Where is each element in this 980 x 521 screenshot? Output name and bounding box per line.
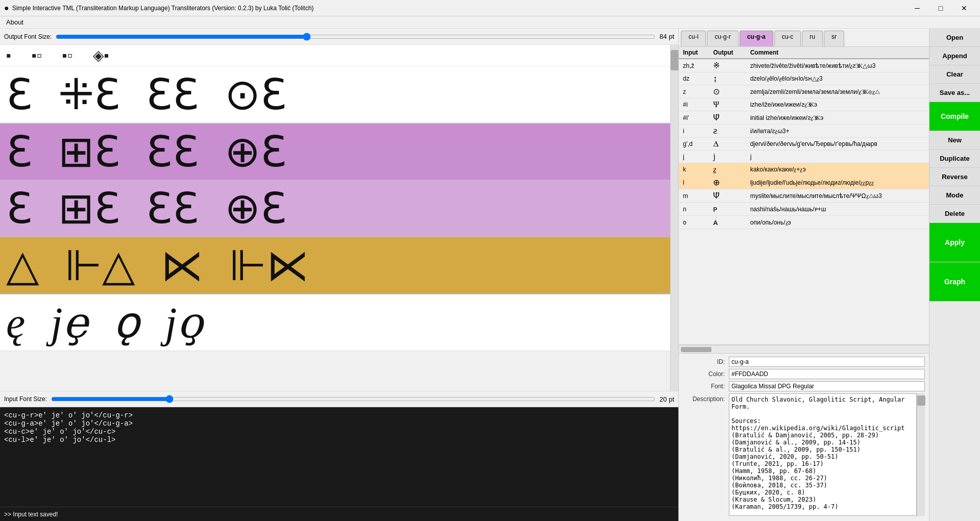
right-sidebar: Open Append Clear Save as... Compile New… bbox=[929, 29, 980, 521]
table-row[interactable]: #i' Ψ̃ initial izhe/иже/ижеи/ꙅꙁꚄэ bbox=[679, 111, 929, 125]
graph-button[interactable]: Graph bbox=[929, 262, 980, 302]
tab-cu-g-a[interactable]: cu-g-a bbox=[740, 31, 773, 46]
description-textarea[interactable] bbox=[729, 393, 917, 516]
table-cell-input: j bbox=[679, 151, 709, 163]
titlebar-controls: ─ □ ✕ bbox=[905, 0, 976, 16]
preview-row-6: ę jȩ ǫ jo̧ bbox=[0, 294, 670, 351]
duplicate-button[interactable]: Duplicate bbox=[929, 150, 980, 168]
output-size-value: 84 pt bbox=[659, 33, 674, 40]
table-cell-comment: myslite/мыслите/мыслите/мыслѣте/ΨΨΩꙁ△ω3 bbox=[746, 189, 929, 203]
app-title: Simple Interactive TML (Transliteration … bbox=[12, 5, 314, 12]
table-cell-input: g',d bbox=[679, 138, 709, 151]
font-input[interactable] bbox=[729, 381, 925, 391]
table-cell-input: n bbox=[679, 203, 709, 216]
preview-glyph-purple4: ⊕Ɛ bbox=[225, 127, 287, 177]
table-cell-output: Ψ̈ bbox=[709, 189, 746, 203]
table-cell-output: Ψ̃ bbox=[709, 111, 746, 125]
preview-glyph-lp4: ⊕Ɛ bbox=[225, 183, 287, 233]
table-row[interactable]: n ᴘ nashi/nаšь/нашь/нашь/ᴘ+ш bbox=[679, 203, 929, 216]
preview-glyph: ▪ bbox=[6, 47, 11, 64]
id-input[interactable] bbox=[729, 357, 925, 367]
table-body: zh,ž ※ zhivete/živête/živêti/живѣте/живѣ… bbox=[679, 59, 929, 229]
table-cell-comment: initial izhe/иже/ижеи/ꙅꙁꚄэ bbox=[746, 111, 929, 125]
output-size-label: Output Font Size: bbox=[4, 33, 52, 40]
preview-glyph-purple1: Ɛ bbox=[6, 127, 33, 177]
table-hscroll[interactable] bbox=[679, 345, 929, 353]
menubar: About bbox=[0, 16, 980, 29]
input-size-bar: Input Font Size: 20 pt bbox=[0, 391, 678, 407]
table-row[interactable]: g',d Ꙙ djervi/ðerv/ðervь/g'ervь/Ђервь/г'… bbox=[679, 138, 929, 151]
table-cell-comment: dzelo/ꙃêlo/ꙃêlo/sʜlo/sʜ△ꙁ3 bbox=[746, 72, 929, 85]
maximize-button[interactable]: □ bbox=[929, 0, 952, 16]
form-area: ID: Color: Font: Description: bbox=[679, 353, 929, 521]
table-row[interactable]: l ⊕ ljudije/ljudie/l'udьje/людье/людиꙅ/л… bbox=[679, 176, 929, 189]
table-cell-comment: j bbox=[746, 151, 929, 163]
table-row[interactable]: j j j bbox=[679, 151, 929, 163]
preview-glyph-lp2: ⊞Ɛ bbox=[58, 183, 120, 233]
tab-sr[interactable]: sr bbox=[824, 31, 844, 46]
table-row[interactable]: #i Ψ izhe/iže/иже/ижеи/ꙅꙁꚄэ bbox=[679, 98, 929, 111]
input-size-value: 20 pt bbox=[659, 395, 674, 403]
tab-cu-c[interactable]: cu-c bbox=[774, 31, 801, 46]
table-cell-input: z bbox=[679, 85, 709, 98]
table-row[interactable]: m Ψ̈ myslite/мыслите/мыслите/мыслѣте/ΨΨΩ… bbox=[679, 189, 929, 203]
table-cell-input: zh,ž bbox=[679, 59, 709, 72]
table-row[interactable]: k ꙁ kako/како/какw/ꙁ+ꙁэ bbox=[679, 163, 929, 176]
table-cell-output: j bbox=[709, 151, 746, 163]
table-row[interactable]: o ᴀ опи/опь/онь/ꙁэ bbox=[679, 216, 929, 229]
text-input-area bbox=[0, 407, 678, 507]
reverse-button[interactable]: Reverse bbox=[929, 168, 980, 186]
table-cell-comment: kako/како/какw/ꙁ+ꙁэ bbox=[746, 163, 929, 176]
open-button[interactable]: Open bbox=[929, 29, 980, 47]
preview-content: ▪ ▪▫ ▪▫ ◈▪ Ɛ ⁜Ɛ ƐƐ ⊙Ɛ Ɛ ⊞Ɛ ƐƐ ⊕Ɛ bbox=[0, 45, 670, 391]
tab-cu-l[interactable]: cu-l bbox=[681, 31, 706, 46]
output-font-size-slider[interactable] bbox=[56, 33, 655, 41]
table-cell-input: #i' bbox=[679, 111, 709, 125]
table-row[interactable]: dz ↨ dzelo/ꙃêlo/ꙃêlo/sʜlo/sʜ△ꙁ3 bbox=[679, 72, 929, 85]
table-row[interactable]: z ⊙ zemlja/zemli/zemli/земла/земла/земли… bbox=[679, 85, 929, 98]
table-container: Input Output Comment zh,ž ※ zhivete/živê… bbox=[679, 47, 929, 353]
preview-scrollbar[interactable] bbox=[670, 45, 678, 391]
preview-glyph-lp3: ƐƐ bbox=[146, 183, 199, 233]
col-input: Input bbox=[679, 47, 709, 59]
compile-button[interactable]: Compile bbox=[929, 102, 980, 131]
table-cell-output: Ꙙ bbox=[709, 138, 746, 151]
table-cell-output: ᴀ bbox=[709, 216, 746, 229]
table-cell-comment: zemlja/zemli/zemli/земла/земла/земли/ꙃꚄ⊕… bbox=[746, 85, 929, 98]
right-panel: cu-l cu-g-r cu-g-a cu-c ru sr Input Outp… bbox=[679, 29, 929, 521]
append-button[interactable]: Append bbox=[929, 47, 980, 65]
mode-button[interactable]: Mode bbox=[929, 186, 980, 205]
table-cell-comment: i/и/iwта/ꙅꙁω3+ bbox=[746, 125, 929, 138]
table-cell-output: ꙅ bbox=[709, 125, 746, 138]
description-label: Description: bbox=[683, 393, 729, 403]
delete-button[interactable]: Delete bbox=[929, 205, 980, 223]
save-as-button[interactable]: Save as... bbox=[929, 84, 980, 102]
table-cell-input: l bbox=[679, 176, 709, 189]
preview-scroll-container: ▪ ▪▫ ▪▫ ◈▪ Ɛ ⁜Ɛ ƐƐ ⊙Ɛ Ɛ ⊞Ɛ ƐƐ ⊕Ɛ bbox=[0, 45, 678, 391]
preview-row-4: Ɛ ⊞Ɛ ƐƐ ⊕Ɛ bbox=[0, 180, 670, 237]
preview-glyph-purple3: ƐƐ bbox=[146, 127, 199, 177]
table-cell-comment: izhe/iže/иже/ижеи/ꙅꙁꚄэ bbox=[746, 98, 929, 111]
table-row[interactable]: i ꙅ i/и/iwта/ꙅꙁω3+ bbox=[679, 125, 929, 138]
input-size-label: Input Font Size: bbox=[4, 395, 47, 403]
tab-ru[interactable]: ru bbox=[802, 31, 823, 46]
table-cell-output: ⊙ bbox=[709, 85, 746, 98]
col-comment: Comment bbox=[746, 47, 929, 59]
clear-button[interactable]: Clear bbox=[929, 65, 980, 84]
apply-button[interactable]: Apply bbox=[929, 223, 980, 262]
table-cell-comment: ljudije/ljudie/l'udьje/людье/людиꙅ/людіе… bbox=[746, 176, 929, 189]
preview-glyph-large: ⊙Ɛ bbox=[225, 69, 287, 119]
text-input[interactable] bbox=[4, 411, 674, 503]
preview-glyph-large: ƐƐ bbox=[146, 69, 199, 119]
menu-about[interactable]: About bbox=[2, 17, 28, 27]
status-bar: >> Input text saved! bbox=[0, 507, 678, 521]
table-cell-comment: djervi/ðerv/ðervь/g'ervь/Ђервь/г'ервь/ħa… bbox=[746, 138, 929, 151]
input-font-size-slider[interactable] bbox=[51, 395, 655, 403]
color-input[interactable] bbox=[729, 369, 925, 379]
tab-cu-g-r[interactable]: cu-g-r bbox=[707, 31, 738, 46]
new-button[interactable]: New bbox=[929, 131, 980, 150]
table-row[interactable]: zh,ž ※ zhivete/živête/živêti/живѣте/живѣ… bbox=[679, 59, 929, 72]
minimize-button[interactable]: ─ bbox=[905, 0, 929, 16]
preview-row-5: △ ⊩△ ⋉ ⊩⋉ bbox=[0, 237, 670, 294]
close-button[interactable]: ✕ bbox=[952, 0, 976, 16]
